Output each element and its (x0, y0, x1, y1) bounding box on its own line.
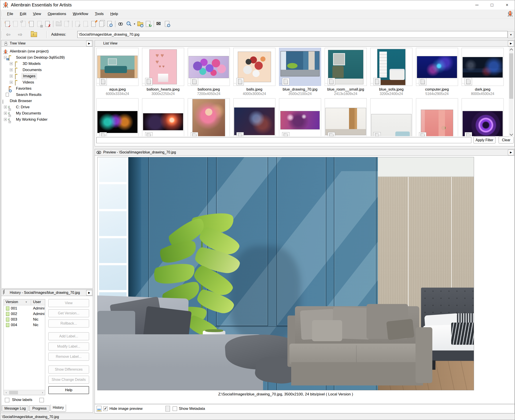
show-labels-label[interactable]: Show labels (12, 398, 32, 402)
thumbnail-image-dark[interactable] (462, 57, 503, 78)
file-page-icon[interactable] (100, 132, 107, 136)
thumbnail-name[interactable]: balloons.jpeg (188, 87, 230, 92)
tree-item-social[interactable]: Social (on Desktop-3q65o39) (1, 55, 93, 60)
panel-arrow-button[interactable]: ▶ (86, 290, 92, 296)
thumbnail-card-balls[interactable]: ... (233, 48, 276, 86)
column-version[interactable]: Version (6, 300, 18, 304)
thumbnail-name[interactable]: computer.jpeg (416, 87, 458, 92)
tab-message-log[interactable]: Message Log (2, 405, 28, 412)
thumbnail-card-blue-sofa[interactable]: ... (370, 48, 412, 86)
thumbnail-image-concert[interactable] (280, 111, 320, 129)
tree-item-3d-models[interactable]: 3D Models (1, 61, 93, 67)
thumbnail-image-blue-woman[interactable] (234, 107, 275, 135)
expand-icon[interactable] (10, 62, 13, 65)
up-folder-icon[interactable] (31, 32, 37, 37)
search-in-folder-icon[interactable] (136, 20, 144, 28)
show-metadata-checkbox[interactable] (173, 406, 177, 411)
tree-item-alienbrain[interactable]: Alienbrain (one project) (1, 48, 93, 54)
thumbnail-card[interactable] (188, 98, 230, 136)
tree-item-search-results[interactable]: Search Results (1, 92, 93, 98)
expand-icon[interactable] (10, 81, 13, 84)
scrollbar-thumb[interactable] (9, 391, 18, 394)
file-page-icon[interactable] (465, 78, 472, 85)
refresh-icon[interactable] (144, 20, 152, 28)
file-page-icon[interactable] (237, 78, 244, 85)
tree-item-favorites[interactable]: Favorites (1, 86, 93, 91)
add-label-button[interactable]: Add Label... (48, 332, 89, 340)
hide-image-preview-checkbox[interactable] (103, 406, 108, 411)
thumbnail-image-computer[interactable] (417, 56, 457, 78)
get-version-button[interactable]: Get Version... (48, 309, 89, 317)
file-page-icon[interactable] (465, 132, 472, 136)
list-scrollbar[interactable] (509, 47, 514, 137)
file-page-icon[interactable] (191, 132, 198, 136)
new-folder-icon[interactable] (55, 20, 62, 28)
file-page-icon[interactable] (419, 132, 426, 136)
show-differences-button[interactable]: Show Differences (48, 366, 89, 374)
thumbnail-name[interactable]: blue_room__small.jpg (325, 87, 367, 92)
file-page-icon[interactable] (328, 132, 335, 136)
file-page-icon[interactable] (328, 78, 335, 85)
thumbnail-image-balls[interactable] (238, 52, 271, 82)
file-page-icon[interactable] (373, 78, 381, 85)
delete-icon[interactable] (44, 20, 51, 28)
panel-arrow-button[interactable]: ▶ (508, 150, 514, 155)
file-page-icon[interactable] (100, 78, 107, 85)
hide-image-preview-label[interactable]: Hide image preview (109, 404, 142, 413)
toolbar-gripper[interactable] (1, 11, 3, 17)
tab-history[interactable]: History (51, 405, 66, 412)
thumbnail-name[interactable]: balls.jpeg (233, 87, 276, 92)
find-in-files-icon[interactable] (106, 20, 113, 28)
file-page-icon[interactable] (145, 132, 153, 136)
undo-check-out-icon[interactable] (20, 20, 27, 28)
thumbnail-name[interactable]: blue_sofa.jpeg (370, 87, 412, 92)
thumbnail-name[interactable]: blue_drawing_70.jpg (279, 87, 321, 92)
thumbnail-image-smoke[interactable] (97, 111, 138, 133)
tree-item-documents[interactable]: Documents (1, 67, 93, 73)
thumbnail-card[interactable] (96, 98, 138, 136)
thumbnail-image-blue-drawing[interactable] (281, 51, 320, 76)
panel-arrow-button[interactable]: ▶ (508, 41, 514, 46)
thumbnail-image-aqua[interactable] (97, 56, 138, 78)
show-labels-checkbox[interactable] (5, 398, 9, 402)
file-page-icon[interactable] (373, 132, 381, 136)
thumbnail-card-computer[interactable]: ... (416, 48, 458, 86)
show-change-details-button[interactable]: Show Change Details (48, 376, 89, 384)
maximize-button[interactable]: □ (485, 0, 498, 9)
file-page-icon[interactable] (282, 132, 289, 136)
new-file-icon[interactable] (63, 20, 70, 28)
tree-item-my-documents[interactable]: ↗ My Documents (1, 111, 93, 116)
get-latest-icon[interactable] (28, 20, 35, 28)
import-icon[interactable] (36, 20, 43, 28)
thumbnail-image-neon-portrait[interactable] (143, 113, 183, 130)
thumbnail-name[interactable]: aqua.jpeg (96, 87, 138, 92)
thumbnail-card-balloon-hearts[interactable]: ... (142, 48, 184, 86)
search-icon[interactable] (125, 20, 132, 28)
tree-item-c-drive[interactable]: ↗ C: Drive (1, 104, 93, 110)
tree-item-disk-browser[interactable]: Disk Browser (1, 98, 93, 104)
thumbnail-image-pink-girl[interactable] (192, 99, 225, 136)
scroll-up-icon[interactable] (510, 48, 513, 52)
toolbar-gripper[interactable] (1, 20, 3, 27)
thumbnail-card[interactable] (279, 98, 321, 136)
check-in-icon[interactable] (12, 20, 19, 28)
version-row[interactable]: 004 Nic (4, 322, 45, 328)
menu-operations[interactable]: Operations (44, 9, 69, 18)
workflow-search-icon[interactable] (163, 20, 171, 28)
rollback-button[interactable]: Rollback... (48, 320, 89, 327)
expand-icon[interactable] (4, 118, 7, 121)
thumbnail-image-white-living-room[interactable] (325, 108, 366, 135)
thumbnail-card-aqua[interactable]: ... (96, 48, 138, 86)
thumbnail-name[interactable]: dark.jpeg (461, 87, 504, 92)
column-user[interactable]: User (33, 300, 41, 304)
copy-icon[interactable] (98, 20, 105, 28)
menu-view[interactable]: View (30, 9, 45, 18)
help-button[interactable]: Help (48, 386, 89, 394)
destroy-icon[interactable] (74, 20, 81, 28)
version-row[interactable]: 002 Admini (4, 311, 45, 317)
expand-icon[interactable] (10, 68, 13, 71)
menu-edit[interactable]: Edit (16, 9, 30, 18)
tree-item-videos[interactable]: Videos (1, 80, 93, 85)
thumbnail-card-balloons[interactable]: ... (188, 48, 230, 86)
thumbnail-card[interactable] (416, 98, 458, 136)
